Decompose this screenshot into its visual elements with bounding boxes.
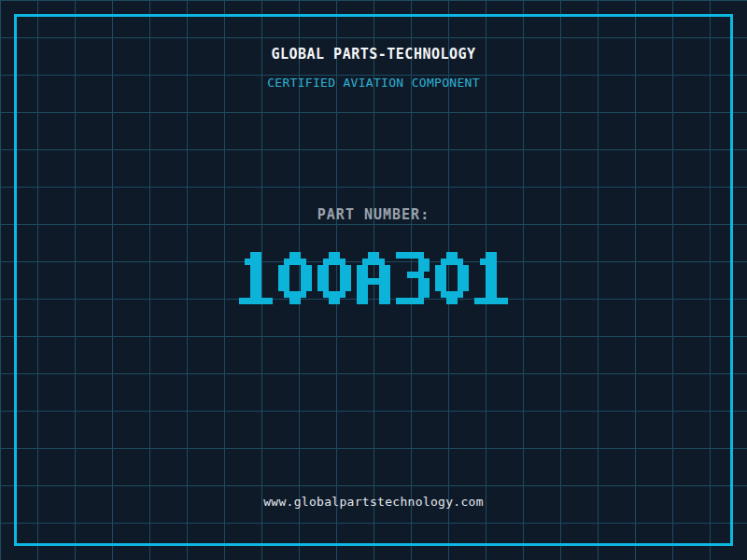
company-title: GLOBAL PARTS-TECHNOLOGY [0, 46, 747, 63]
part-certificate-page: GLOBAL PARTS-TECHNOLOGY CERTIFIED AVIATI… [0, 0, 747, 560]
part-number-label: PART NUMBER: [0, 206, 747, 223]
website-url: www.globalpartstechnology.com [0, 495, 747, 509]
part-number-display [215, 252, 532, 304]
certification-subtitle: CERTIFIED AVIATION COMPONENT [0, 76, 747, 90]
